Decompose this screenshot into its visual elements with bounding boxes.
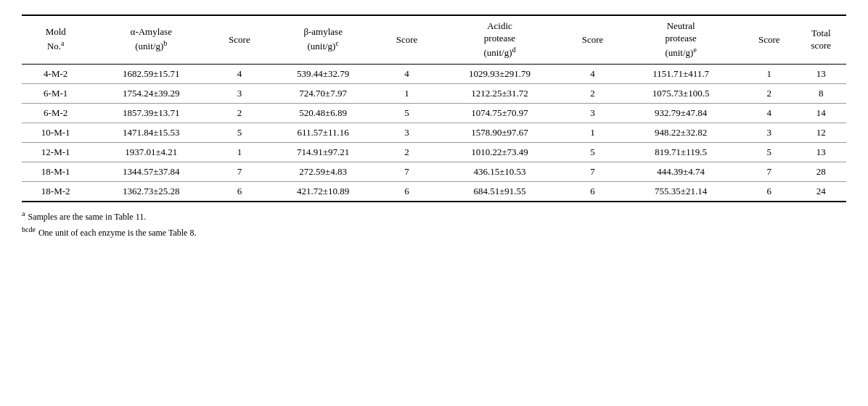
cell-alpha_amylase: 1937.01±4.21 — [89, 143, 213, 162]
cell-score2: 7 — [380, 162, 434, 182]
col-score2: Score — [380, 15, 434, 65]
cell-neutral_protease: 932.79±47.84 — [619, 104, 742, 123]
cell-score4: 4 — [742, 104, 796, 123]
table-row: 12-M-11937.01±4.211714.91±97.2121010.22±… — [22, 143, 846, 162]
table-header-row: MoldNo.a α-Amylase(unit/g)b Score β-amyl… — [22, 15, 846, 65]
cell-acidic_protease: 1010.22±73.49 — [433, 143, 565, 162]
cell-beta_amylase: 714.91±97.21 — [266, 143, 380, 162]
cell-score3: 1 — [566, 123, 620, 143]
cell-mold: 10-M-1 — [22, 123, 89, 143]
table-row: 18-M-11344.57±37.847272.59±4.837436.15±1… — [22, 162, 846, 182]
cell-alpha_amylase: 1344.57±37.84 — [89, 162, 213, 182]
cell-score4: 5 — [742, 143, 796, 162]
col-score4: Score — [742, 15, 796, 65]
footnote-a: a Samples are the same in Table 11. — [22, 208, 846, 224]
cell-score4: 7 — [742, 162, 796, 182]
cell-total_score: 12 — [796, 123, 846, 143]
cell-score3: 3 — [566, 104, 620, 123]
cell-score4: 3 — [742, 123, 796, 143]
footnotes: a Samples are the same in Table 11. bcde… — [22, 208, 846, 240]
cell-mold: 12-M-1 — [22, 143, 89, 162]
cell-acidic_protease: 1029.93±291.79 — [433, 65, 565, 84]
footnote-bcde: bcde One unit of each enzyme is the same… — [22, 224, 846, 240]
col-acidic-protease: Acidicprotease(unit/g)d — [433, 15, 565, 65]
cell-score4: 2 — [742, 84, 796, 104]
cell-score2: 3 — [380, 123, 434, 143]
cell-neutral_protease: 444.39±4.74 — [619, 162, 742, 182]
cell-score4: 6 — [742, 182, 796, 202]
cell-score1: 2 — [213, 104, 266, 123]
table-row: 18-M-21362.73±25.286421.72±10.896684.51±… — [22, 182, 846, 202]
col-mold-no: MoldNo.a — [22, 15, 89, 65]
cell-mold: 6-M-1 — [22, 84, 89, 104]
cell-score3: 4 — [566, 65, 620, 84]
cell-acidic_protease: 1212.25±31.72 — [433, 84, 565, 104]
cell-score2: 5 — [380, 104, 434, 123]
cell-neutral_protease: 948.22±32.82 — [619, 123, 742, 143]
col-score3: Score — [566, 15, 620, 65]
cell-score3: 7 — [566, 162, 620, 182]
cell-score2: 2 — [380, 143, 434, 162]
cell-score2: 1 — [380, 84, 434, 104]
cell-mold: 4-M-2 — [22, 65, 89, 84]
cell-score2: 6 — [380, 182, 434, 202]
cell-score1: 6 — [213, 182, 266, 202]
cell-score1: 7 — [213, 162, 266, 182]
cell-score2: 4 — [380, 65, 434, 84]
table-row: 6-M-21857.39±13.712520.48±6.8951074.75±7… — [22, 104, 846, 123]
col-total-score: Totalscore — [796, 15, 846, 65]
cell-total_score: 13 — [796, 143, 846, 162]
cell-neutral_protease: 755.35±21.14 — [619, 182, 742, 202]
cell-acidic_protease: 684.51±91.55 — [433, 182, 565, 202]
cell-beta_amylase: 272.59±4.83 — [266, 162, 380, 182]
cell-score1: 5 — [213, 123, 266, 143]
cell-total_score: 8 — [796, 84, 846, 104]
col-score1: Score — [213, 15, 266, 65]
cell-beta_amylase: 539.44±32.79 — [266, 65, 380, 84]
col-neutral-protease: Neutralprotease(unit/g)e — [619, 15, 742, 65]
cell-beta_amylase: 520.48±6.89 — [266, 104, 380, 123]
cell-beta_amylase: 724.70±7.97 — [266, 84, 380, 104]
table-row: 10-M-11471.84±15.535611.57±11.1631578.90… — [22, 123, 846, 143]
cell-score1: 4 — [213, 65, 266, 84]
col-alpha-amylase: α-Amylase(unit/g)b — [89, 15, 213, 65]
cell-total_score: 13 — [796, 65, 846, 84]
cell-alpha_amylase: 1471.84±15.53 — [89, 123, 213, 143]
cell-mold: 18-M-1 — [22, 162, 89, 182]
cell-acidic_protease: 1578.90±97.67 — [433, 123, 565, 143]
cell-mold: 6-M-2 — [22, 104, 89, 123]
cell-acidic_protease: 436.15±10.53 — [433, 162, 565, 182]
cell-score4: 1 — [742, 65, 796, 84]
cell-acidic_protease: 1074.75±70.97 — [433, 104, 565, 123]
cell-alpha_amylase: 1682.59±15.71 — [89, 65, 213, 84]
cell-mold: 18-M-2 — [22, 182, 89, 202]
cell-neutral_protease: 819.71±119.5 — [619, 143, 742, 162]
cell-total_score: 28 — [796, 162, 846, 182]
cell-alpha_amylase: 1754.24±39.29 — [89, 84, 213, 104]
cell-alpha_amylase: 1362.73±25.28 — [89, 182, 213, 202]
cell-score3: 5 — [566, 143, 620, 162]
cell-beta_amylase: 611.57±11.16 — [266, 123, 380, 143]
cell-score1: 1 — [213, 143, 266, 162]
cell-neutral_protease: 1151.71±411.7 — [619, 65, 742, 84]
data-table: MoldNo.a α-Amylase(unit/g)b Score β-amyl… — [22, 14, 846, 202]
table-row: 4-M-21682.59±15.714539.44±32.7941029.93±… — [22, 65, 846, 84]
table-row: 6-M-11754.24±39.293724.70±7.9711212.25±3… — [22, 84, 846, 104]
cell-total_score: 14 — [796, 104, 846, 123]
cell-score3: 2 — [566, 84, 620, 104]
table-container: MoldNo.a α-Amylase(unit/g)b Score β-amyl… — [22, 14, 846, 240]
col-beta-amylase: β-amylase(unit/g)c — [266, 15, 380, 65]
cell-beta_amylase: 421.72±10.89 — [266, 182, 380, 202]
cell-score1: 3 — [213, 84, 266, 104]
cell-score3: 6 — [566, 182, 620, 202]
cell-neutral_protease: 1075.73±100.5 — [619, 84, 742, 104]
cell-alpha_amylase: 1857.39±13.71 — [89, 104, 213, 123]
cell-total_score: 24 — [796, 182, 846, 202]
